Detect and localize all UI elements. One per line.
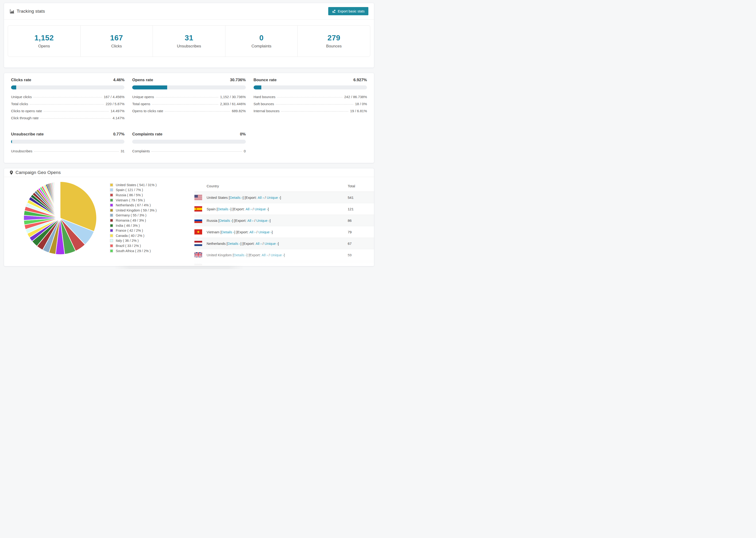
progress-bar-fill bbox=[11, 85, 16, 89]
export-unique-link[interactable]: Unique › bbox=[267, 195, 280, 199]
export-unique-link[interactable]: Unique › bbox=[265, 242, 278, 245]
legend-swatch bbox=[110, 219, 113, 222]
legend-label: France ( 42 / 2% ) bbox=[116, 229, 143, 232]
bracket-text: ] [Export: bbox=[231, 207, 245, 211]
rate-row-hard-bounces: Hard bounces242 / 86.738% bbox=[253, 95, 367, 99]
dotted-leader bbox=[165, 111, 230, 112]
geo-table-row-vietnam: Vietnam [Details ›] [Export: All › / Uni… bbox=[194, 226, 374, 238]
legend-swatch bbox=[110, 239, 113, 242]
summary-stats-row: 1,152Opens167Clicks31Unsubscribes0Compla… bbox=[8, 26, 370, 57]
export-all-link[interactable]: All › bbox=[245, 207, 252, 211]
legend-item-spain: Spain ( 121 / 7% ) bbox=[110, 188, 157, 193]
export-unique-link[interactable]: Unique › bbox=[260, 265, 274, 267]
legend-item-brazil: Brazil ( 33 / 2% ) bbox=[110, 243, 157, 248]
rate-row-value: 19 / 6.81% bbox=[350, 109, 367, 113]
progress-bar-track bbox=[11, 85, 125, 89]
stat-label: Bounces bbox=[326, 44, 342, 49]
export-all-link[interactable]: All › bbox=[258, 195, 264, 199]
tracking-stats-header: Tracking stats Export basic stats bbox=[4, 3, 374, 20]
legend-label: India ( 46 / 3% ) bbox=[116, 224, 140, 228]
geo-table-row-united-kingdom: United Kingdom [Details ›] [Export: All … bbox=[194, 249, 374, 261]
legend-label: Romania ( 49 / 3% ) bbox=[116, 219, 146, 222]
details-link[interactable]: Details › bbox=[221, 230, 234, 234]
country-name: United Kingdom [ bbox=[207, 253, 234, 257]
rate-title: Opens rate bbox=[132, 78, 153, 82]
rate-row-label: Total opens bbox=[132, 102, 150, 106]
export-unique-link[interactable]: Unique › bbox=[256, 219, 270, 223]
legend-item-netherlands: Netherlands ( 67 / 4% ) bbox=[110, 202, 157, 208]
export-all-link[interactable]: All › bbox=[251, 265, 257, 267]
details-link[interactable]: Details › bbox=[219, 219, 232, 223]
rate-row-label: Clicks to opens rate bbox=[11, 109, 42, 113]
rate-block-bounce-rate: Bounce rate6.927%Hard bounces242 / 86.73… bbox=[253, 78, 367, 123]
bracket-text: ] bbox=[268, 207, 269, 211]
country-flag-us bbox=[194, 195, 202, 200]
rate-block-opens-rate: Opens rate30.736%Unique opens1,152 / 30.… bbox=[132, 78, 245, 123]
export-unique-link[interactable]: Unique › bbox=[254, 207, 268, 211]
export-all-link[interactable]: All › bbox=[261, 253, 268, 257]
export-basic-stats-button[interactable]: Export basic stats bbox=[328, 7, 368, 15]
page-bottom-shade bbox=[114, 266, 244, 269]
legend-item-vietnam: Vietnam ( 79 / 5% ) bbox=[110, 198, 157, 203]
rate-rows: Unsubscribes31 bbox=[11, 149, 125, 153]
rate-head: Opens rate30.736% bbox=[132, 78, 245, 82]
rate-value: 6.927% bbox=[353, 78, 367, 82]
slash-text: / bbox=[255, 230, 258, 234]
geo-country-cell: United States [Details ›] [Export: All ›… bbox=[194, 195, 348, 200]
details-link[interactable]: Details › bbox=[234, 253, 246, 257]
legend-label: Vietnam ( 79 / 5% ) bbox=[116, 198, 145, 202]
rate-row-label: Complaints bbox=[132, 149, 150, 153]
rate-value: 0% bbox=[240, 132, 246, 136]
legend-swatch bbox=[110, 188, 113, 191]
progress-bar-fill bbox=[132, 85, 167, 89]
bracket-text: ] [Export: bbox=[232, 219, 247, 223]
geo-country-cell: United Kingdom [Details ›] [Export: All … bbox=[194, 252, 348, 257]
legend-swatch bbox=[110, 203, 113, 207]
export-all-link[interactable]: All › bbox=[247, 219, 253, 223]
slash-text: / bbox=[264, 195, 267, 199]
bracket-text: ] [Export: bbox=[246, 253, 261, 257]
legend-item-france: France ( 42 / 2% ) bbox=[110, 228, 157, 233]
bracket-text: ] bbox=[284, 253, 285, 257]
geo-table: Country Total United States [Details ›] … bbox=[194, 180, 374, 266]
legend-item-united-states: United States ( 541 / 31% ) bbox=[110, 183, 157, 188]
legend-label: South Africa ( 29 / 2% ) bbox=[116, 249, 151, 253]
export-unique-link[interactable]: Unique › bbox=[271, 253, 284, 257]
rate-rows: Unique clicks167 / 4.456%Total clicks220… bbox=[11, 95, 125, 120]
stat-value: 31 bbox=[185, 33, 193, 42]
details-link[interactable]: Details › bbox=[218, 207, 231, 211]
details-link[interactable]: Details › bbox=[228, 242, 241, 245]
rate-row-label: Total clicks bbox=[11, 102, 28, 106]
rate-row-soft-bounces: Soft bounces18 / 0% bbox=[253, 102, 367, 106]
export-all-link[interactable]: All › bbox=[249, 230, 255, 234]
geo-table-row-spain: Spain [Details ›] [Export: All › / Uniqu… bbox=[194, 203, 374, 215]
stat-label: Opens bbox=[38, 44, 50, 49]
rate-rows: Complaints0 bbox=[132, 149, 245, 153]
legend-label: Italy ( 36 / 2% ) bbox=[116, 239, 139, 242]
rate-row-value: 689.82% bbox=[232, 109, 245, 113]
stat-complaints: 0Complaints bbox=[225, 26, 298, 57]
rate-row-clicks-to-opens-rate: Clicks to opens rate14.497% bbox=[11, 109, 125, 113]
map-pin-icon bbox=[10, 170, 13, 175]
rates-row-1: Clicks rate4.46%Unique clicks167 / 4.456… bbox=[11, 78, 367, 123]
legend-item-united-kingdom: United Kingdom ( 59 / 3% ) bbox=[110, 208, 157, 213]
rate-head: Complaints rate0% bbox=[132, 132, 245, 136]
rate-row-value: 18 / 0% bbox=[355, 102, 367, 106]
rate-head: Clicks rate4.46% bbox=[11, 78, 125, 82]
export-all-link[interactable]: All › bbox=[255, 242, 261, 245]
export-unique-link[interactable]: Unique › bbox=[258, 230, 272, 234]
column-header-country: Country bbox=[194, 184, 348, 188]
geo-title: Campaign Geo Opens bbox=[16, 170, 61, 175]
rate-row-label: Click through rate bbox=[11, 116, 39, 120]
pie-legend: United States ( 541 / 31% )Spain ( 121 /… bbox=[110, 183, 157, 253]
legend-item-india: India ( 46 / 3% ) bbox=[110, 223, 157, 228]
geo-country-cell: Netherlands [Details ›] [Export: All › /… bbox=[194, 241, 348, 246]
details-link[interactable]: Details › bbox=[230, 195, 243, 199]
stat-bounces: 279Bounces bbox=[298, 26, 370, 57]
legend-swatch bbox=[110, 249, 113, 252]
stat-value: 1,152 bbox=[34, 33, 54, 42]
geo-total-cell: 541 bbox=[348, 195, 374, 199]
legend-swatch bbox=[110, 198, 113, 202]
geo-country-cell: Spain [Details ›] [Export: All › / Uniqu… bbox=[194, 206, 348, 211]
rate-row-label: Internal bounces bbox=[253, 109, 280, 113]
